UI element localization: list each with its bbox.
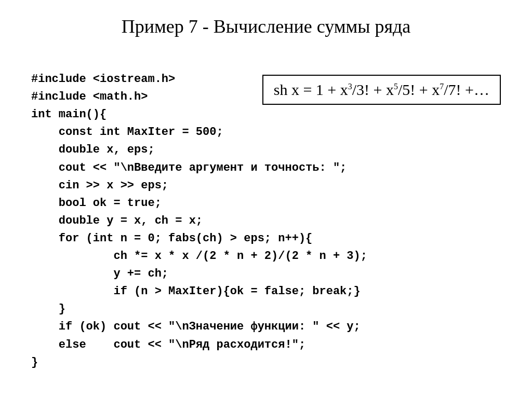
code-line-15: if (ok) cout << "\nЗначение функции: " <… <box>31 320 361 333</box>
code-line-17: } <box>31 356 38 369</box>
code-line-11: ch *= x * x /(2 * n + 2)/(2 * n + 3); <box>31 250 367 263</box>
code-line-13: if (n > MaxIter){ok = false; break;} <box>31 285 361 298</box>
content-area: sh x = 1 + x3/3! + x5/5! + x7/7! +… #inc… <box>31 53 501 389</box>
code-line-6: cout << "\nВведите аргумент и точность: … <box>31 161 347 174</box>
code-line-1: #include <iostream.h> <box>31 73 175 86</box>
code-line-10: for (int n = 0; fabs(ch) > eps; n++){ <box>31 232 312 245</box>
code-line-12: y += ch; <box>31 267 168 280</box>
code-line-3: int main(){ <box>31 108 107 121</box>
code-line-4: const int MaxIter = 500; <box>31 126 223 139</box>
code-line-5: double x, eps; <box>31 143 155 156</box>
code-line-8: bool ok = true; <box>31 197 162 210</box>
page-title: Пример 7 - Вычисление суммы ряда <box>31 16 501 37</box>
formula-box: sh x = 1 + x3/3! + x5/5! + x7/7! +… <box>262 75 501 105</box>
code-line-7: cin >> x >> eps; <box>31 179 168 192</box>
code-line-9: double y = x, ch = x; <box>31 214 203 227</box>
code-line-16: else cout << "\nРяд расходится!"; <box>31 338 305 351</box>
code-line-14: } <box>31 303 65 315</box>
code-line-2: #include <math.h> <box>31 90 148 103</box>
